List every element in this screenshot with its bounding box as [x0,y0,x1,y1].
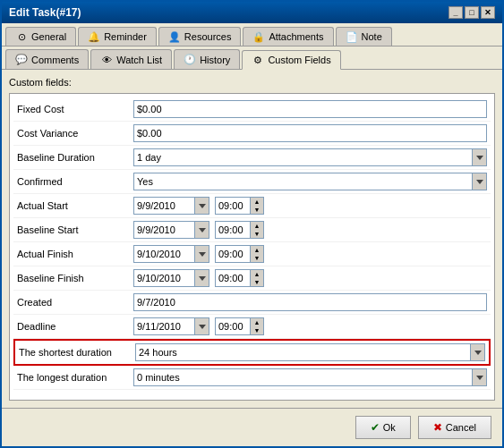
field-row-longest-duration: The longest duration 0 minutes [13,366,491,390]
cancel-label: Cancel [446,422,476,433]
deadline-spin: ▲ ▼ [250,318,263,334]
ok-check-icon: ✔ [371,421,380,434]
confirmed-dropdown[interactable]: Yes [133,173,487,190]
field-row-cost-variance: Cost Variance [13,122,491,146]
deadline-time[interactable]: 09:00 ▲ ▼ [215,317,264,335]
actual-finish-date-btn[interactable] [194,246,209,262]
tab-custom-fields[interactable]: ⚙ Custom Fields [242,50,340,70]
date-arrow-icon3 [199,252,206,257]
watchlist-icon: 👁 [100,54,113,66]
maximize-button[interactable]: □ [465,6,479,19]
baseline-duration-dropdown-btn[interactable] [472,149,486,165]
actual-start-label: Actual Start [17,200,133,211]
longest-duration-dropdown-btn[interactable] [472,369,486,385]
field-row-created: Created [13,291,491,315]
date-arrow-icon [199,204,206,208]
baseline-start-label: Baseline Start [17,224,133,235]
close-button[interactable]: ✕ [481,6,495,19]
field-row-actual-finish: Actual Finish 9/10/2010 09:00 ▲ ▼ [13,242,491,266]
tab-comments[interactable]: 💬 Comments [5,49,89,69]
shortest-duration-dropdown-btn[interactable] [470,344,484,360]
baseline-finish-date[interactable]: 9/10/2010 [133,269,209,287]
baseline-start-input-wrapper: 9/9/2010 09:00 ▲ ▼ [133,221,487,239]
custom-fields-icon: ⚙ [252,54,264,66]
fixed-cost-input-wrapper [133,100,487,118]
tab-general[interactable]: ⊙ General [5,27,76,46]
actual-start-spin-up[interactable]: ▲ [251,198,263,206]
longest-duration-value: 0 minutes [134,372,472,383]
baseline-start-date[interactable]: 9/9/2010 [133,221,209,239]
title-bar: Edit Task(#17) _ □ ✕ [2,2,502,23]
dropdown-arrow-icon6 [474,351,482,355]
actual-finish-time[interactable]: 09:00 ▲ ▼ [215,245,264,263]
tabs-row2: 💬 Comments 👁 Watch List 🕐 History ⚙ Cust… [2,46,502,70]
field-row-actual-start: Actual Start 9/9/2010 09:00 ▲ ▼ [13,194,491,218]
field-row-deadline: Deadline 9/11/2010 09:00 ▲ ▼ [13,315,491,339]
deadline-spin-down[interactable]: ▼ [251,326,263,334]
shortest-duration-value: 24 hours [136,347,470,358]
deadline-date-btn[interactable] [194,318,209,334]
baseline-start-time[interactable]: 09:00 ▲ ▼ [215,221,264,239]
created-label: Created [17,297,133,308]
longest-duration-label: The longest duration [17,372,133,383]
cost-variance-input[interactable] [133,124,487,142]
cancel-button[interactable]: ✖ Cancel [418,416,491,439]
confirmed-dropdown-btn[interactable] [472,173,486,190]
cancel-x-icon: ✖ [433,421,442,434]
tabs-row1: ⊙ General 🔔 Reminder 👤 Resources 🔒 Attac… [2,23,502,46]
ok-button[interactable]: ✔ Ok [355,416,411,439]
tab-watchlist[interactable]: 👁 Watch List [90,49,172,69]
history-icon: 🕐 [184,54,196,66]
tab-attachments-label: Attachments [269,31,323,42]
actual-start-spin: ▲ ▼ [250,198,263,214]
field-row-baseline-start: Baseline Start 9/9/2010 09:00 ▲ ▼ [13,218,491,242]
baseline-start-spin-up[interactable]: ▲ [251,222,263,230]
baseline-finish-spin-down[interactable]: ▼ [251,278,263,286]
tab-attachments[interactable]: 🔒 Attachments [243,27,333,46]
actual-finish-date-value: 9/10/2010 [134,249,194,259]
created-input[interactable] [133,293,487,311]
baseline-start-date-btn[interactable] [194,222,209,238]
baseline-duration-dropdown[interactable]: 1 day [133,148,487,166]
actual-start-date[interactable]: 9/9/2010 [133,197,209,215]
deadline-spin-up[interactable]: ▲ [251,318,263,326]
fixed-cost-input[interactable] [133,100,487,118]
deadline-date[interactable]: 9/11/2010 [133,317,209,335]
baseline-start-date-value: 9/9/2010 [134,224,194,235]
actual-start-spin-down[interactable]: ▼ [251,206,263,214]
fields-container: Fixed Cost Cost Variance Baseline Durati… [9,93,495,401]
actual-finish-spin-up[interactable]: ▲ [251,246,263,254]
footer: ✔ Ok ✖ Cancel [2,408,502,446]
baseline-finish-date-btn[interactable] [194,270,209,286]
edit-task-window: Edit Task(#17) _ □ ✕ ⊙ General 🔔 Reminde… [0,0,504,448]
cost-variance-label: Cost Variance [17,128,133,139]
minimize-button[interactable]: _ [448,6,463,19]
actual-start-date-value: 9/9/2010 [134,200,194,211]
baseline-finish-time[interactable]: 09:00 ▲ ▼ [215,269,264,287]
baseline-start-spin: ▲ ▼ [250,222,263,238]
longest-duration-dropdown[interactable]: 0 minutes [133,368,487,386]
tab-resources[interactable]: 👤 Resources [158,27,242,46]
actual-finish-date[interactable]: 9/10/2010 [133,245,209,263]
baseline-start-spin-down[interactable]: ▼ [251,230,263,238]
actual-start-input-wrapper: 9/9/2010 09:00 ▲ ▼ [133,197,487,215]
shortest-duration-dropdown[interactable]: 24 hours [135,343,485,361]
actual-finish-spin-down[interactable]: ▼ [251,254,263,262]
tab-comments-label: Comments [31,55,79,65]
actual-start-date-btn[interactable] [194,198,209,214]
attachments-icon: 🔒 [252,30,265,43]
ok-label: Ok [383,422,396,433]
baseline-finish-spin: ▲ ▼ [250,270,263,286]
fixed-cost-label: Fixed Cost [17,104,133,114]
tab-note[interactable]: 📄 Note [336,27,392,46]
actual-start-time[interactable]: 09:00 ▲ ▼ [215,197,264,215]
tab-history[interactable]: 🕐 History [174,49,240,69]
cost-variance-input-wrapper [133,124,487,142]
tab-reminder-label: Reminder [104,31,147,42]
baseline-finish-spin-up[interactable]: ▲ [251,270,263,278]
tab-watchlist-label: Watch List [116,55,162,65]
actual-start-time-value: 09:00 [216,200,250,211]
title-bar-buttons: _ □ ✕ [448,6,495,19]
tab-reminder[interactable]: 🔔 Reminder [78,27,157,46]
confirmed-value: Yes [134,176,472,187]
